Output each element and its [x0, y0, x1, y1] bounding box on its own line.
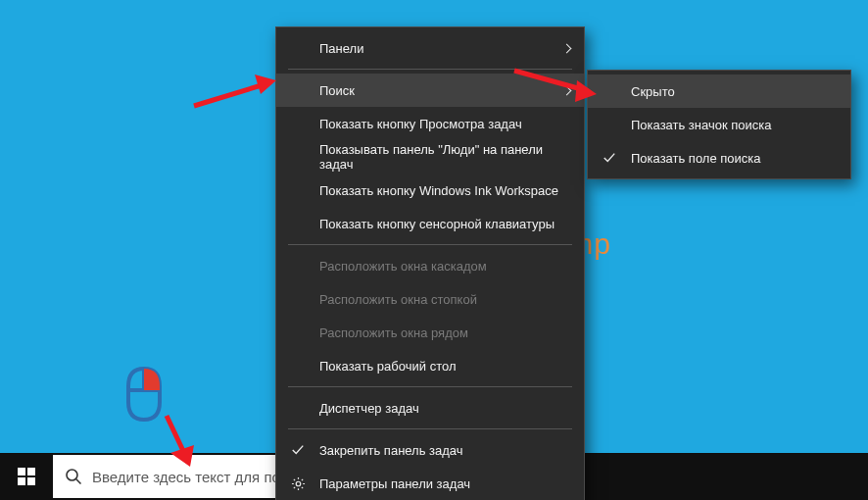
menu-show-desktop-label: Показать рабочий стол [319, 359, 456, 374]
menu-show-people-label: Показывать панель "Люди" на панели задач [319, 142, 568, 172]
windows-logo-icon [18, 468, 35, 485]
start-button[interactable] [0, 453, 53, 500]
separator [288, 428, 572, 429]
submenu-show-icon-label: Показать значок поиска [631, 118, 772, 132]
check-icon [290, 442, 306, 458]
menu-task-manager[interactable]: Диспетчер задач [276, 391, 584, 425]
menu-show-ink[interactable]: Показать кнопку Windows Ink Workspace [276, 174, 584, 207]
search-submenu: Скрыто Показать значок поиска Показать п… [587, 70, 851, 179]
annotation-arrow-icon [192, 71, 278, 110]
menu-show-touchkb[interactable]: Показать кнопку сенсорной клавиатуры [276, 207, 584, 240]
menu-side: Расположить окна рядом [276, 316, 584, 349]
menu-show-ink-label: Показать кнопку Windows Ink Workspace [319, 183, 558, 198]
menu-show-desktop[interactable]: Показать рабочий стол [276, 349, 584, 382]
menu-panels-label: Панели [319, 41, 363, 56]
menu-taskbar-settings[interactable]: Параметры панели задач [276, 467, 584, 500]
menu-lock-taskbar-label: Закрепить панель задач [319, 443, 463, 458]
menu-stacked-label: Расположить окна стопкой [319, 292, 477, 307]
submenu-show-field-label: Показать поле поиска [631, 151, 761, 166]
svg-marker-2 [255, 75, 276, 94]
menu-panels[interactable]: Панели [276, 31, 584, 65]
search-icon [65, 468, 82, 485]
svg-point-11 [67, 470, 77, 480]
menu-side-label: Расположить окна рядом [319, 325, 468, 340]
svg-line-1 [194, 84, 265, 106]
svg-rect-9 [18, 477, 25, 485]
separator [288, 386, 572, 387]
submenu-hidden-label: Скрыто [631, 84, 675, 99]
menu-show-people[interactable]: Показывать панель "Люди" на панели задач [276, 140, 584, 174]
submenu-hidden[interactable]: Скрыто [588, 75, 850, 108]
menu-task-manager-label: Диспетчер задач [319, 401, 419, 416]
menu-show-touchkb-label: Показать кнопку сенсорной клавиатуры [319, 217, 555, 231]
check-icon [602, 150, 617, 166]
submenu-show-field[interactable]: Показать поле поиска [588, 141, 850, 175]
svg-line-12 [76, 479, 81, 484]
svg-rect-7 [18, 468, 25, 475]
submenu-show-icon[interactable]: Показать значок поиска [588, 108, 850, 141]
svg-rect-10 [27, 477, 35, 485]
menu-taskbar-settings-label: Параметры панели задач [319, 476, 470, 491]
svg-rect-8 [27, 468, 35, 475]
menu-stacked: Расположить окна стопкой [276, 282, 584, 316]
mouse-desktop-icon [122, 365, 166, 422]
menu-cascade: Расположить окна каскадом [276, 249, 584, 282]
taskbar-context-menu: Панели Поиск Показать кнопку Просмотра з… [275, 26, 585, 500]
menu-search[interactable]: Поиск [276, 74, 584, 107]
separator [288, 244, 572, 245]
menu-show-taskview[interactable]: Показать кнопку Просмотра задач [276, 107, 584, 140]
menu-cascade-label: Расположить окна каскадом [319, 259, 487, 274]
menu-search-label: Поиск [319, 83, 355, 98]
svg-line-5 [167, 416, 184, 453]
separator [288, 69, 572, 70]
menu-lock-taskbar[interactable]: Закрепить панель задач [276, 433, 584, 467]
svg-point-0 [296, 481, 301, 486]
menu-show-taskview-label: Показать кнопку Просмотра задач [319, 117, 522, 131]
gear-icon [290, 475, 306, 491]
